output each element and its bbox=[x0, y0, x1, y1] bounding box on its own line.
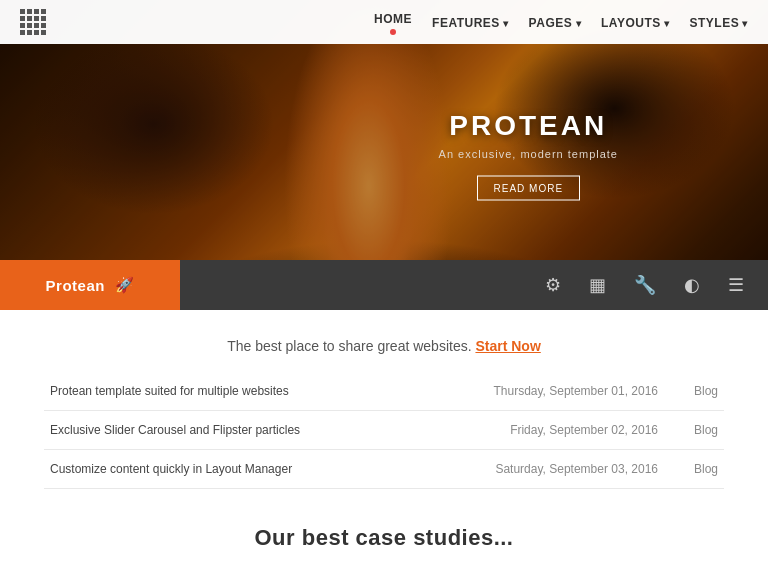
posts-table: Protean template suited for multiple web… bbox=[44, 372, 724, 489]
post-category: Blog bbox=[664, 372, 724, 411]
table-row[interactable]: Exclusive Slider Carousel and Flipster p… bbox=[44, 411, 724, 450]
columns-icon[interactable]: ▦ bbox=[589, 274, 606, 296]
tagline-text: The best place to share great websites. bbox=[227, 338, 471, 354]
nav-link-layouts[interactable]: LAYOUTS bbox=[601, 16, 670, 30]
table-row[interactable]: Protean template suited for multiple web… bbox=[44, 372, 724, 411]
rocket-icon: 🚀 bbox=[115, 276, 135, 294]
bottom-bar: Protean 🚀 ⚙ ▦ 🔧 ◐ ☰ bbox=[0, 260, 768, 310]
nav-item-features[interactable]: FEATURES bbox=[432, 13, 509, 31]
read-more-button[interactable]: READ MORE bbox=[477, 176, 581, 201]
post-date: Friday, September 02, 2016 bbox=[344, 411, 664, 450]
post-category: Blog bbox=[664, 450, 724, 489]
wrench-icon[interactable]: 🔧 bbox=[634, 274, 656, 296]
post-title: Exclusive Slider Carousel and Flipster p… bbox=[44, 411, 344, 450]
post-category: Blog bbox=[664, 411, 724, 450]
hero-title: PROTEAN bbox=[439, 110, 618, 142]
start-now-link[interactable]: Start Now bbox=[475, 338, 540, 354]
table-row[interactable]: Customize content quickly in Layout Mana… bbox=[44, 450, 724, 489]
hero-content: PROTEAN An exclusive, modern template RE… bbox=[439, 110, 618, 201]
nav-item-pages[interactable]: PAGES bbox=[529, 13, 581, 31]
nav-links: HOME FEATURES PAGES LAYOUTS STYLES bbox=[374, 9, 748, 35]
brand-bar: Protean 🚀 bbox=[0, 260, 180, 310]
nav-link-styles[interactable]: STYLES bbox=[690, 16, 748, 30]
gear-icon[interactable]: ⚙ bbox=[545, 274, 561, 296]
case-studies-title: Our best case studies... bbox=[0, 489, 768, 567]
menu-icon[interactable]: ☰ bbox=[728, 274, 744, 296]
hero-subtitle: An exclusive, modern template bbox=[439, 148, 618, 160]
post-title: Customize content quickly in Layout Mana… bbox=[44, 450, 344, 489]
hero-section: PROTEAN An exclusive, modern template RE… bbox=[0, 0, 768, 310]
tools-bar: ⚙ ▦ 🔧 ◐ ☰ bbox=[180, 260, 768, 310]
post-date: Saturday, September 03, 2016 bbox=[344, 450, 664, 489]
post-title: Protean template suited for multiple web… bbox=[44, 372, 344, 411]
contrast-icon[interactable]: ◐ bbox=[684, 274, 700, 296]
nav-item-layouts[interactable]: LAYOUTS bbox=[601, 13, 670, 31]
nav-link-pages[interactable]: PAGES bbox=[529, 16, 581, 30]
navbar: HOME FEATURES PAGES LAYOUTS STYLES bbox=[0, 0, 768, 44]
nav-item-styles[interactable]: STYLES bbox=[690, 13, 748, 31]
grid-icon bbox=[20, 9, 46, 35]
tagline-section: The best place to share great websites. … bbox=[0, 310, 768, 372]
brand-name: Protean bbox=[46, 277, 105, 294]
logo[interactable] bbox=[20, 9, 46, 35]
post-date: Thursday, September 01, 2016 bbox=[344, 372, 664, 411]
nav-item-home[interactable]: HOME bbox=[374, 9, 412, 35]
nav-link-features[interactable]: FEATURES bbox=[432, 16, 509, 30]
nav-link-home[interactable]: HOME bbox=[374, 12, 412, 26]
